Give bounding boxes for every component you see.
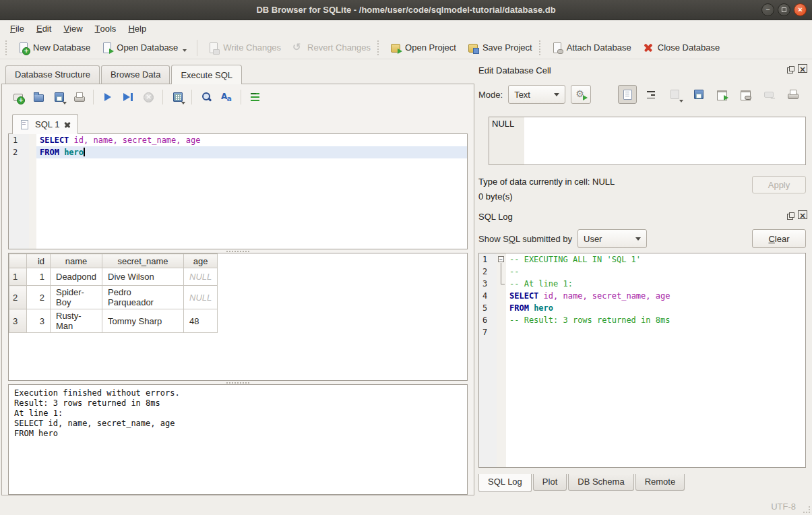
clear-log-button[interactable]: Clear — [752, 229, 806, 248]
table-cell[interactable]: 2 — [27, 286, 51, 309]
print-button[interactable] — [70, 88, 88, 106]
table-cell[interactable]: Spider-Boy — [51, 286, 102, 309]
code-text: -- — [506, 266, 805, 278]
splitter-handle[interactable] — [8, 381, 468, 384]
close-database-button[interactable]: Close Database — [637, 38, 726, 57]
minimize-icon[interactable]: − — [761, 3, 774, 16]
save-project-button[interactable]: Save Project — [462, 38, 538, 57]
save-sql-file-button[interactable] — [50, 88, 67, 106]
open-external-button[interactable] — [712, 85, 731, 104]
new-database-button[interactable]: New Database — [12, 38, 96, 57]
tab-db-schema[interactable]: DB Schema — [568, 474, 633, 491]
attach-database-button[interactable]: Attach Database — [546, 38, 637, 57]
table-cell[interactable]: Pedro Parqueador — [102, 286, 184, 309]
column-header-secret-name[interactable]: secret_name — [102, 254, 184, 268]
menu-view[interactable]: View — [57, 20, 88, 36]
print-cell-button[interactable] — [783, 85, 802, 104]
set-null-button — [759, 85, 778, 104]
close-tab-icon[interactable] — [63, 121, 71, 129]
mode-select[interactable]: Text — [508, 85, 565, 104]
table-cell[interactable]: NULL — [184, 286, 218, 309]
column-header-id[interactable]: id — [27, 254, 51, 268]
table-row[interactable]: 22Spider-BoyPedro ParqueadorNULL — [9, 286, 218, 309]
text-mode-icon — [621, 88, 633, 100]
row-number-cell[interactable]: 3 — [9, 309, 27, 333]
row-number-cell[interactable]: 2 — [9, 286, 27, 309]
sql-doc-tab[interactable]: SQL 1 — [12, 114, 78, 134]
import-data-icon — [668, 88, 681, 100]
format-sql-button[interactable] — [218, 88, 235, 106]
text-mode-button[interactable] — [618, 85, 637, 104]
tab-browse-data[interactable]: Browse Data — [101, 65, 170, 84]
tab-remote[interactable]: Remote — [635, 474, 685, 491]
toolbar-handle[interactable] — [5, 40, 9, 55]
toolbar-handle[interactable] — [377, 40, 381, 55]
table-cell[interactable]: 48 — [184, 309, 218, 333]
close-dock-icon[interactable] — [798, 212, 806, 220]
new-tab-button[interactable] — [9, 88, 27, 106]
tab-execute-sql[interactable]: Execute SQL — [171, 65, 242, 84]
column-header-name[interactable]: name — [51, 254, 102, 268]
menu-help[interactable]: Help — [122, 20, 152, 36]
save-as-button[interactable] — [689, 85, 708, 104]
float-dock-icon[interactable] — [786, 66, 794, 74]
close-icon[interactable]: × — [794, 3, 807, 16]
table-cell[interactable]: Tommy Sharp — [102, 309, 184, 333]
apply-format-button[interactable] — [571, 85, 591, 104]
chevron-down-icon[interactable] — [63, 102, 67, 104]
fold-marker-icon[interactable]: − — [497, 253, 506, 266]
chevron-down-icon — [554, 93, 559, 96]
table-cell[interactable]: Dive Wilson — [102, 268, 184, 286]
save-results-button[interactable] — [168, 88, 186, 106]
menu-tools[interactable]: Tools — [89, 20, 123, 36]
toolbar-handle[interactable] — [539, 40, 542, 55]
float-dock-icon[interactable] — [786, 212, 794, 220]
tab-plot[interactable]: Plot — [533, 474, 567, 491]
find-replace-button[interactable] — [197, 88, 215, 106]
execute-all-button[interactable] — [99, 88, 117, 106]
table-row[interactable]: 11DeadpondDive WilsonNULL — [9, 268, 218, 286]
fold-marker-icon[interactable] — [497, 278, 506, 290]
table-header-row: idnamesecret_nameage — [9, 254, 218, 268]
open-database-button[interactable]: Open Database — [96, 38, 192, 57]
column-header-age[interactable]: age — [184, 254, 218, 268]
sql-code-editor[interactable]: 1SELECT id, name, secret_name, age2FROM … — [8, 133, 468, 249]
sql-log-filter-select[interactable]: User — [577, 229, 647, 248]
collapse-icon[interactable]: − — [498, 256, 504, 262]
menu-bar: FileEditViewToolsHelp — [0, 20, 812, 36]
menu-file[interactable]: File — [4, 20, 30, 36]
menu-edit[interactable]: Edit — [30, 20, 57, 36]
tab-database-structure[interactable]: Database Structure — [5, 65, 100, 84]
close-dock-icon[interactable] — [798, 66, 806, 74]
open-sql-file-button[interactable] — [30, 88, 47, 106]
table-row[interactable]: 33Rusty-ManTommy Sharp48 — [9, 309, 218, 333]
chevron-down-icon[interactable] — [181, 102, 185, 104]
auto-indent-button[interactable] — [247, 88, 264, 106]
table-cell[interactable]: 3 — [27, 309, 51, 333]
table-cell[interactable]: NULL — [184, 268, 218, 286]
open-project-button[interactable]: Open Project — [384, 38, 462, 57]
execute-current-line-button[interactable] — [119, 88, 137, 106]
fold-marker-icon[interactable] — [497, 266, 506, 278]
maximize-icon[interactable] — [778, 3, 790, 16]
chevron-down-icon[interactable] — [183, 49, 187, 52]
row-number-cell[interactable]: 1 — [9, 268, 27, 286]
toolbar-separator — [197, 40, 197, 56]
resize-grip-icon[interactable] — [803, 506, 810, 513]
corner-header-cell[interactable] — [9, 254, 27, 268]
table-cell[interactable]: Rusty-Man — [51, 309, 102, 333]
copy-cell-link-icon — [739, 88, 751, 100]
code-text: FROM hero — [36, 146, 467, 158]
cell-value-editor[interactable]: NULL — [489, 117, 806, 165]
splitter-handle[interactable] — [8, 249, 468, 253]
revert-changes-label: Revert Changes — [307, 42, 371, 53]
sql-log-filter-row: Show SQL submitted by User Clear — [478, 229, 806, 248]
table-cell[interactable]: 1 — [27, 268, 51, 286]
line-number: 2 — [9, 146, 29, 158]
close-database-icon — [642, 42, 654, 54]
copy-cell-link-button[interactable] — [736, 85, 755, 104]
table-cell[interactable]: Deadpond — [51, 268, 102, 286]
tab-sql-log[interactable]: SQL Log — [478, 474, 532, 492]
word-wrap-button[interactable] — [642, 85, 660, 104]
chevron-down-icon[interactable] — [679, 100, 683, 102]
